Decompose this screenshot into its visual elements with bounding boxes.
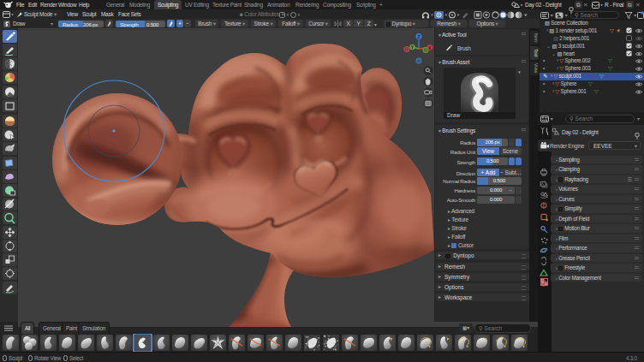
svg-text:Z: Z [417,34,420,39]
svg-text:Draw: Draw [447,112,460,118]
